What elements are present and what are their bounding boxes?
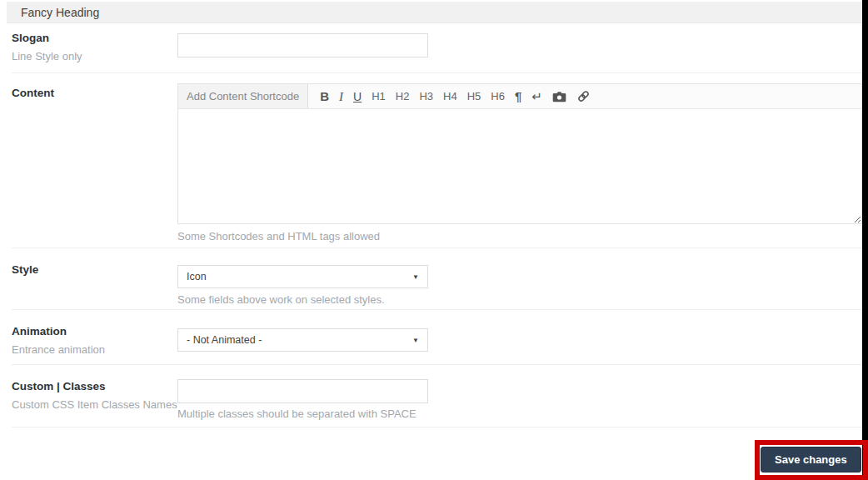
custom-classes-label: Custom | Classes (12, 380, 177, 392)
content-label-column: Content (12, 73, 177, 248)
italic-button[interactable]: I (339, 85, 343, 108)
animation-select-value: - Not Animated - (187, 334, 262, 346)
content-textarea[interactable] (178, 109, 861, 223)
bold-button[interactable]: B (320, 85, 329, 108)
slogan-label-column: Slogan Line Style only (12, 23, 177, 72)
heading-3-button[interactable]: H3 (419, 85, 433, 108)
heading-6-button[interactable]: H6 (491, 85, 505, 108)
slogan-input[interactable] (177, 33, 428, 58)
heading-5-button[interactable]: H5 (467, 85, 481, 108)
heading-4-button[interactable]: H4 (443, 85, 457, 108)
animation-label-column: Animation Entrance animation (12, 310, 177, 364)
save-changes-button[interactable]: Save changes (761, 447, 861, 472)
custom-classes-help-text: Multiple classes should be separated wit… (177, 408, 862, 420)
custom-classes-label-column: Custom | Classes Custom CSS Item Classes… (12, 365, 177, 427)
slogan-label: Slogan (12, 32, 177, 44)
content-row: Content Add Content Shortcode B I U H1 H… (12, 73, 862, 248)
animation-select[interactable]: - Not Animated - ▼ (177, 328, 428, 352)
custom-classes-input[interactable] (177, 379, 428, 403)
paragraph-button[interactable]: ¶ (515, 85, 521, 108)
line-break-button[interactable]: ↵ (531, 85, 542, 108)
camera-icon[interactable] (552, 91, 566, 102)
panel-header: Fancy Heading (7, 2, 862, 23)
style-label: Style (12, 263, 177, 276)
style-select-value: Icon (187, 271, 207, 282)
panel-title: Fancy Heading (7, 6, 99, 19)
content-label: Content (12, 87, 177, 99)
right-edge-bar (862, 0, 868, 480)
settings-form: Slogan Line Style only Content Add Conte… (12, 23, 862, 428)
heading-2-button[interactable]: H2 (396, 85, 410, 108)
animation-description: Entrance animation (12, 343, 177, 356)
style-select[interactable]: Icon ▼ (177, 265, 428, 288)
custom-classes-row: Custom | Classes Custom CSS Item Classes… (12, 365, 862, 428)
custom-classes-description: Custom CSS Item Classes Names (12, 398, 177, 411)
animation-label: Animation (12, 325, 177, 338)
underline-button[interactable]: U (353, 85, 362, 108)
animation-row: Animation Entrance animation - Not Anima… (12, 310, 862, 365)
content-help-text: Some Shortcodes and HTML tags allowed (177, 230, 862, 242)
slogan-description: Line Style only (12, 50, 177, 62)
content-editor: Add Content Shortcode B I U H1 H2 H3 H4 … (177, 83, 862, 224)
editor-toolbar: Add Content Shortcode B I U H1 H2 H3 H4 … (178, 84, 861, 109)
editor-toolbar-buttons: B I U H1 H2 H3 H4 H5 H6 ¶ ↵ (308, 84, 596, 108)
link-icon[interactable] (576, 89, 591, 103)
fancy-heading-settings-panel: Fancy Heading Slogan Line Style only Con… (0, 0, 868, 480)
heading-1-button[interactable]: H1 (372, 85, 386, 108)
caret-down-icon: ▼ (412, 273, 419, 281)
caret-down-icon: ▼ (412, 337, 419, 344)
style-label-column: Style (12, 248, 177, 309)
add-content-shortcode-button[interactable]: Add Content Shortcode (178, 84, 308, 108)
style-help-text: Some fields above work on selected style… (177, 293, 862, 306)
style-row: Style Icon ▼ Some fields above work on s… (12, 248, 862, 310)
slogan-row: Slogan Line Style only (12, 23, 862, 73)
